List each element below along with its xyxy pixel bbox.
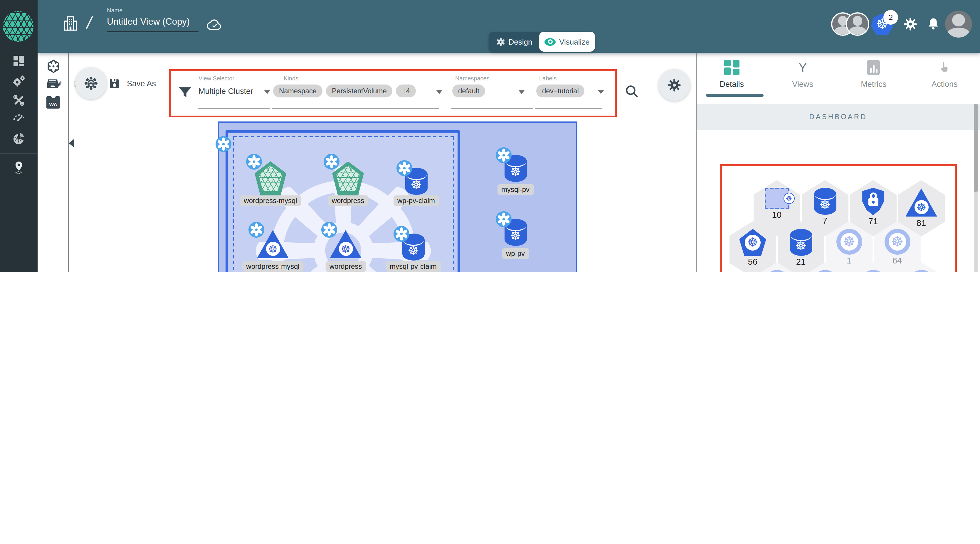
panel-scrollbar[interactable] [974, 104, 978, 272]
cloud-check-icon [205, 16, 223, 34]
meshery-badge-icon [246, 154, 262, 170]
tab-label: Details [719, 80, 744, 89]
resource-node-wp-pv-claim[interactable]: ☸ [405, 168, 427, 195]
sidebar-item-extensions[interactable] [0, 130, 38, 147]
resource-node-wordpress-mysql[interactable]: ☸ [257, 230, 289, 259]
tab-label: Views [792, 80, 813, 89]
secret-shield-icon [861, 188, 885, 216]
visualization-canvas[interactable]: N Save As View Selector Multiple Cluster… [69, 53, 696, 272]
kubernetes-resource-icon: ☸ [860, 270, 886, 272]
namespace-icon: ☸ [764, 188, 789, 209]
resource-label: wordpress [325, 261, 366, 272]
namespaces-chips: default [452, 84, 485, 97]
view-selector-label: View Selector [199, 75, 234, 82]
canvas-settings-button[interactable] [659, 69, 690, 101]
save-as-button[interactable]: Save As [127, 79, 156, 88]
namespace-box[interactable]: ☸ wordpress-mysqlwordpress☸wp-pv-claim☸w… [233, 136, 454, 272]
details-panel: DetailsYViewsMetricsActions DASHBOARD ☸1… [696, 53, 980, 272]
filter-chip[interactable]: PersistentVolume [326, 84, 393, 97]
strip-collapse-arrow-icon[interactable] [69, 139, 74, 147]
sidebar-divider [0, 181, 38, 181]
chevron-down-icon[interactable] [598, 90, 604, 94]
kinds-chips: NamespacePersistentVolume+4 [273, 84, 416, 97]
breadcrumb-separator: / [85, 13, 94, 33]
resource-node-mysql-pv[interactable]: ☸ [504, 155, 527, 182]
extensions-pie-icon [11, 131, 26, 146]
resource-count: 64 [892, 256, 902, 265]
sidebar-item-dashboard[interactable] [0, 53, 38, 69]
tools-icon [12, 93, 26, 107]
node-box[interactable]: ☸ wordpress-mysqlwordpress☸wp-pv-claim☸w… [225, 130, 460, 272]
gear-icon [667, 78, 682, 93]
filter-chip[interactable]: default [452, 84, 485, 97]
resource-node-wp-pv[interactable]: ☸ [504, 219, 527, 246]
resource-node-wordpress[interactable] [332, 162, 364, 195]
resource-node-wordpress-mysql[interactable] [255, 162, 286, 195]
meshery-badge-icon [215, 136, 231, 152]
resource-node-wordpress[interactable]: ☸ [330, 230, 361, 259]
filter-chip[interactable]: Namespace [273, 84, 323, 97]
meshery-design-tool[interactable] [46, 59, 61, 74]
persistent-volume-icon: ☸ [814, 188, 836, 215]
import-edit-tool[interactable] [46, 76, 61, 92]
tab-metrics[interactable]: Metrics [838, 53, 909, 104]
view-selector-value[interactable]: Multiple Cluster [199, 87, 253, 96]
meshery-badge-icon [323, 154, 339, 170]
sidebar-item-performance[interactable] [0, 109, 38, 125]
sidebar-item-lifecycle[interactable] [0, 73, 38, 89]
canvas-context-button[interactable] [75, 68, 107, 99]
meshery-swirl-icon [495, 211, 511, 227]
meshery-badge-icon [248, 222, 264, 238]
views-icon: Y [799, 60, 807, 75]
persistent-volume-icon: ☸ [790, 229, 812, 256]
search-button[interactable] [623, 82, 640, 102]
meshery-logo-icon[interactable] [3, 11, 33, 42]
notifications-button[interactable] [926, 16, 941, 32]
kubernetes-cluster-box[interactable]: ☸ wordpress-mysqlwordpress☸wp-pv-claim☸w… [218, 122, 577, 272]
design-tab[interactable]: Design [489, 32, 539, 52]
deployment-triangle-icon: ☸ [905, 188, 937, 217]
sidebar: > ? v0.7.73 [0, 0, 38, 272]
kubernetes-resource-icon: ☸ [812, 270, 838, 272]
settings-button[interactable] [903, 16, 918, 32]
sidebar-divider [0, 153, 38, 154]
meshery-badge-icon [321, 222, 337, 238]
view-name-underline [107, 31, 199, 32]
org-button[interactable] [61, 14, 80, 33]
meshery-swirl-icon [495, 147, 511, 163]
labels-chips: dev=tutorial [536, 84, 585, 97]
chevron-down-icon[interactable] [436, 90, 442, 94]
wasm-filter-tool[interactable]: WA [46, 96, 60, 109]
sidebar-item-configuration[interactable] [0, 92, 38, 109]
wa-label: WA [49, 102, 57, 107]
panel-scrollbar-thumb[interactable] [974, 104, 978, 192]
tab-actions[interactable]: Actions [909, 53, 980, 104]
view-name-input[interactable]: Untitled View (Copy) [107, 16, 201, 27]
filter-chip[interactable]: +4 [396, 84, 416, 97]
chevron-down-icon[interactable] [264, 90, 270, 94]
resource-label: wp-pv-claim [393, 195, 439, 206]
tab-label: Metrics [861, 80, 886, 89]
collaborator-avatar[interactable] [846, 12, 869, 36]
meshery-swirl-icon [248, 222, 264, 238]
active-tab-underline [706, 94, 763, 97]
resource-label: mysql-pv [497, 184, 534, 195]
visualize-eye-icon [544, 38, 556, 46]
visualize-tab[interactable]: Visualize [539, 32, 595, 52]
sidebar-item-location[interactable] [0, 159, 38, 176]
kinds-label: Kinds [284, 75, 298, 82]
design-swirl-icon [496, 36, 506, 47]
location-pin-icon [11, 160, 26, 175]
filter-button[interactable] [177, 84, 193, 103]
tab-label: Actions [932, 80, 958, 89]
view-name-field[interactable]: Name Untitled View (Copy) [107, 7, 201, 32]
save-as-icon-wrap [108, 76, 122, 93]
resource-node-mysql-pv-claim[interactable]: ☸ [402, 233, 424, 260]
filter-chip[interactable]: dev=tutorial [536, 84, 585, 97]
kubernetes-resource-icon: ☸ [884, 229, 910, 255]
tab-views[interactable]: YViews [767, 53, 838, 104]
speedometer-icon [11, 110, 26, 125]
resource-label: wp-pv [502, 248, 529, 259]
chevron-down-icon[interactable] [519, 90, 525, 94]
user-avatar[interactable] [945, 11, 972, 38]
